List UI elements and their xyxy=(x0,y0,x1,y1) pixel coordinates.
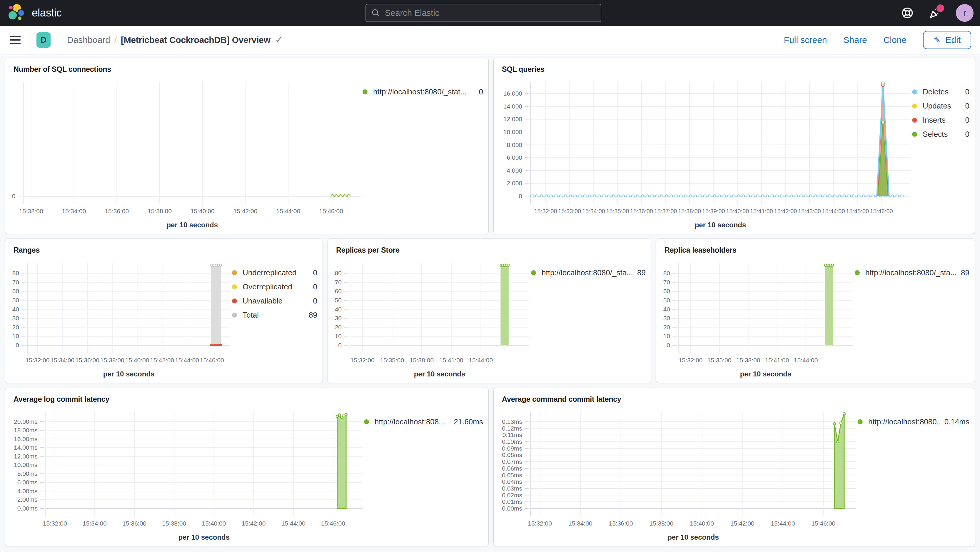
svg-text:15:33:00: 15:33:00 xyxy=(558,208,581,215)
svg-text:0.01ms: 0.01ms xyxy=(502,498,522,505)
legend-item[interactable]: http://localhost:8080...0.14ms xyxy=(858,417,969,426)
legend-item[interactable]: Overreplicated0 xyxy=(232,282,317,291)
svg-text:15:34:00: 15:34:00 xyxy=(582,208,605,215)
svg-text:50: 50 xyxy=(335,297,342,304)
chart-area[interactable]: 015:32:0015:34:0015:36:0015:38:0015:40:0… xyxy=(10,77,363,231)
global-search[interactable] xyxy=(366,4,601,22)
svg-text:15:43:00: 15:43:00 xyxy=(798,208,821,215)
legend-item[interactable]: Updates0 xyxy=(912,102,969,111)
news-announcements-icon[interactable] xyxy=(928,6,942,20)
menu-hamburger-icon[interactable] xyxy=(10,36,21,44)
svg-text:16,000: 16,000 xyxy=(503,90,522,97)
legend-series-label: http://localhost:8080/_sta... xyxy=(865,268,956,277)
svg-text:15:42:00: 15:42:00 xyxy=(234,208,258,215)
chart-area[interactable]: 0102030405060708015:32:0015:35:0015:38:0… xyxy=(660,258,855,380)
svg-text:15:36:00: 15:36:00 xyxy=(630,208,653,215)
chart-area[interactable]: 0.00ms2.00ms4.00ms6.00ms8.00ms10.00ms12.… xyxy=(10,407,364,543)
svg-text:15:38:00: 15:38:00 xyxy=(678,208,701,215)
legend-series-dot-icon xyxy=(912,103,917,108)
svg-text:15:36:00: 15:36:00 xyxy=(123,520,146,527)
edit-button[interactable]: ✎ Edit xyxy=(923,31,971,49)
full-screen-button[interactable]: Full screen xyxy=(784,35,827,45)
legend-series-dot-icon xyxy=(232,299,237,304)
legend-item[interactable]: Unavailable0 xyxy=(232,296,317,305)
breadcrumb-current-title[interactable]: [Metricbeat CockroachDB] Overview ✓ xyxy=(121,35,282,45)
legend-series-value: 21.60ms xyxy=(449,417,483,426)
legend-series-label: Total xyxy=(243,310,259,320)
legend-series-label: Overreplicated xyxy=(243,282,292,291)
legend-series-label: http://localhost:8080/_stat... xyxy=(373,87,467,97)
svg-text:15:45:00: 15:45:00 xyxy=(846,208,869,215)
svg-text:15:44:00: 15:44:00 xyxy=(175,357,199,363)
legend-series-value: 0 xyxy=(309,282,317,291)
svg-text:15:36:00: 15:36:00 xyxy=(105,208,129,215)
breadcrumb-dashboard-link[interactable]: Dashboard xyxy=(67,35,110,45)
legend-item[interactable]: Total89 xyxy=(232,310,317,320)
chart-area[interactable]: 02,0004,0006,0008,00010,00012,00014,0001… xyxy=(498,77,912,231)
share-button[interactable]: Share xyxy=(843,35,867,45)
help-icon[interactable] xyxy=(900,6,914,20)
chart-area[interactable]: 0102030405060708015:32:0015:34:0015:36:0… xyxy=(10,258,232,380)
legend-item[interactable]: Inserts0 xyxy=(912,116,969,125)
panel-title[interactable]: Replica leaseholders xyxy=(656,239,975,255)
svg-text:15:38:00: 15:38:00 xyxy=(649,520,673,527)
svg-text:15:44:00: 15:44:00 xyxy=(276,208,300,215)
svg-text:0: 0 xyxy=(519,192,522,199)
chart-legend: http://localhost:808...21.60ms xyxy=(364,407,483,543)
svg-text:10.00ms: 10.00ms xyxy=(14,461,38,468)
legend-item[interactable]: Selects0 xyxy=(912,130,969,139)
legend-item[interactable]: Underreplicated0 xyxy=(232,268,317,277)
panel-title[interactable]: Ranges xyxy=(5,239,323,255)
svg-text:15:44:00: 15:44:00 xyxy=(794,357,818,363)
legend-series-label: Updates xyxy=(923,102,951,111)
svg-text:60: 60 xyxy=(12,288,19,294)
svg-text:0.02ms: 0.02ms xyxy=(502,492,522,498)
panel-replica-leaseholders: Replica leaseholders 0102030405060708015… xyxy=(656,239,975,383)
svg-text:15:34:00: 15:34:00 xyxy=(50,357,75,363)
svg-text:15:36:00: 15:36:00 xyxy=(609,520,633,527)
user-avatar[interactable]: r xyxy=(956,4,974,22)
svg-text:0: 0 xyxy=(338,342,342,348)
legend-series-value: 0 xyxy=(961,130,969,139)
svg-text:15:46:00: 15:46:00 xyxy=(870,208,893,215)
svg-text:40: 40 xyxy=(335,306,342,313)
svg-text:0.12ms: 0.12ms xyxy=(502,425,522,432)
panel-sql-queries: SQL queries 02,0004,0006,0008,00010,0001… xyxy=(493,58,975,234)
checkmark-icon: ✓ xyxy=(275,35,283,45)
chart-area[interactable]: 0102030405060708015:32:0015:35:0015:38:0… xyxy=(332,258,531,380)
notification-dot xyxy=(937,5,944,12)
svg-text:10: 10 xyxy=(335,332,342,339)
svg-text:15:40:00: 15:40:00 xyxy=(125,357,150,363)
legend-item[interactable]: http://localhost:8080/_sta...89 xyxy=(531,268,646,277)
legend-series-value: 89 xyxy=(956,268,969,277)
search-input[interactable] xyxy=(385,8,595,18)
panel-replicas-per-store: Replicas per Store 0102030405060708015:3… xyxy=(328,239,651,383)
elastic-logo[interactable]: elastic xyxy=(8,4,62,22)
panel-title[interactable]: SQL queries xyxy=(494,58,975,73)
svg-text:0.09ms: 0.09ms xyxy=(502,445,522,452)
dashboard-app-badge[interactable]: D xyxy=(37,32,51,48)
svg-text:20: 20 xyxy=(663,324,670,331)
legend-series-value: 0 xyxy=(961,87,969,97)
svg-text:14.00ms: 14.00ms xyxy=(14,444,38,451)
panel-title[interactable]: Average command commit latency xyxy=(494,388,975,404)
clone-button[interactable]: Clone xyxy=(883,35,907,45)
svg-text:4,000: 4,000 xyxy=(507,167,522,174)
svg-text:40: 40 xyxy=(12,306,19,313)
svg-text:2.00ms: 2.00ms xyxy=(18,496,38,503)
panel-title[interactable]: Number of SQL connections xyxy=(5,58,488,73)
svg-text:0.04ms: 0.04ms xyxy=(502,478,522,485)
svg-text:15:39:00: 15:39:00 xyxy=(702,208,725,215)
legend-item[interactable]: http://localhost:8080/_sta...89 xyxy=(855,268,969,277)
panel-title[interactable]: Average log commit latency xyxy=(5,388,488,404)
legend-item[interactable]: http://localhost:808...21.60ms xyxy=(364,417,483,426)
legend-item[interactable]: Deletes0 xyxy=(912,87,969,97)
svg-text:15:32:00: 15:32:00 xyxy=(19,208,43,215)
divider xyxy=(29,26,29,54)
panel-title[interactable]: Replicas per Store xyxy=(328,239,651,255)
chart-area[interactable]: 0.00ms0.01ms0.02ms0.03ms0.04ms0.05ms0.06… xyxy=(498,407,858,543)
pencil-icon: ✎ xyxy=(934,35,940,45)
svg-text:15:32:00: 15:32:00 xyxy=(350,357,375,363)
legend-series-dot-icon xyxy=(855,270,860,275)
legend-item[interactable]: http://localhost:8080/_stat...0 xyxy=(363,87,483,97)
